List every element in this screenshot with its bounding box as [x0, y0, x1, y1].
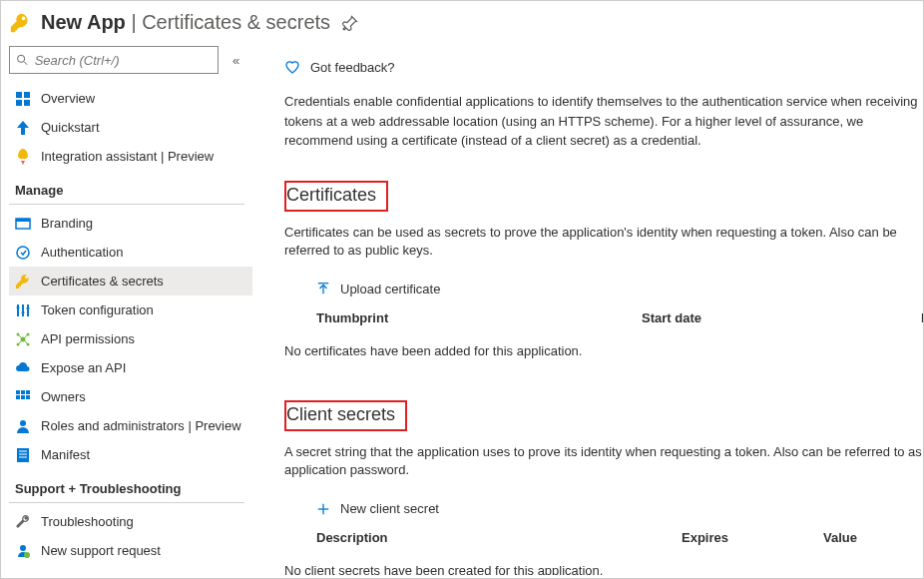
svg-rect-3 [24, 92, 30, 98]
divider [9, 204, 244, 205]
client-secrets-title: Client secrets [286, 404, 395, 425]
secrets-table-header: Description Expires Value [316, 530, 923, 545]
sidebar-item-new-support-request[interactable]: New support request [9, 536, 252, 565]
certificates-title: Certificates [286, 185, 376, 206]
collapse-sidebar-icon[interactable]: « [232, 53, 239, 68]
intro-text: Credentials enable confidential applicat… [284, 92, 923, 151]
certificates-description: Certificates can be used as secrets to p… [284, 224, 923, 260]
svg-rect-28 [21, 395, 25, 399]
sidebar-item-label: Troubleshooting [41, 514, 134, 529]
sidebar-section-support: Support + Troubleshooting [9, 469, 252, 500]
rocket-icon [15, 149, 31, 165]
svg-line-22 [18, 339, 23, 344]
svg-line-21 [23, 334, 28, 339]
feedback-row[interactable]: Got feedback? [284, 44, 923, 84]
token-icon [15, 302, 31, 318]
page-header: New App | Certificates & secrets [1, 1, 923, 44]
overview-icon [15, 91, 31, 107]
column-description: Description [316, 530, 682, 545]
search-input[interactable] [35, 53, 212, 68]
secrets-empty-message: No client secrets have been created for … [284, 563, 923, 575]
certificates-title-highlight: Certificates [284, 181, 388, 212]
upload-certificate-button[interactable]: Upload certificate [316, 282, 923, 296]
svg-rect-5 [24, 100, 30, 106]
column-thumbprint: Thumbprint [316, 310, 642, 325]
sidebar-item-label: Expose an API [41, 360, 126, 375]
svg-point-0 [18, 55, 25, 62]
search-box[interactable] [9, 46, 219, 74]
plus-icon [316, 502, 330, 516]
svg-point-12 [17, 305, 20, 308]
main-content: Got feedback? Credentials enable confide… [252, 44, 923, 575]
certificates-table-header: Thumbprint Start date Expires [316, 310, 923, 325]
svg-rect-31 [17, 448, 29, 462]
heart-icon [284, 59, 300, 75]
sidebar-item-branding[interactable]: Branding [9, 209, 252, 238]
svg-point-36 [24, 552, 30, 558]
sidebar-item-certificates-secrets[interactable]: Certificates & secrets [9, 267, 252, 295]
column-startdate: Start date [642, 310, 921, 325]
feedback-link: Got feedback? [310, 60, 395, 75]
svg-point-13 [22, 310, 25, 313]
svg-rect-4 [16, 100, 22, 106]
client-secrets-title-highlight: Client secrets [284, 400, 407, 431]
svg-rect-7 [16, 219, 30, 222]
api-permissions-icon [15, 331, 31, 347]
sidebar-item-quickstart[interactable]: Quickstart [9, 113, 252, 142]
sidebar-item-label: Overview [41, 91, 95, 106]
search-icon [16, 53, 29, 67]
sidebar-item-label: Roles and administrators | Preview [41, 418, 241, 433]
column-expires: Expires [682, 530, 823, 545]
layout: « Overview Quickstart Integration assist… [1, 44, 923, 575]
pin-icon[interactable] [342, 15, 358, 31]
sidebar-item-troubleshooting[interactable]: Troubleshooting [9, 507, 252, 536]
expose-api-icon [15, 360, 31, 376]
svg-rect-29 [26, 395, 30, 399]
sidebar-item-label: Integration assistant | Preview [41, 149, 214, 164]
search-row: « [9, 46, 252, 74]
sidebar-item-label: Token configuration [41, 302, 154, 317]
svg-rect-25 [21, 390, 25, 394]
support-icon [15, 543, 31, 559]
upload-icon [316, 282, 330, 295]
roles-icon [15, 418, 31, 434]
sidebar-item-label: Manifest [41, 447, 90, 462]
quickstart-icon [15, 120, 31, 136]
svg-rect-26 [26, 390, 30, 394]
sidebar-item-overview[interactable]: Overview [9, 84, 252, 113]
sidebar-item-label: API permissions [41, 331, 135, 346]
svg-point-30 [20, 420, 26, 426]
svg-rect-24 [16, 390, 20, 394]
sidebar-item-owners[interactable]: Owners [9, 382, 252, 411]
svg-line-20 [18, 334, 23, 339]
wrench-icon [15, 514, 31, 530]
divider [9, 502, 244, 503]
svg-point-35 [20, 545, 26, 551]
sidebar-item-roles-admins[interactable]: Roles and administrators | Preview [9, 411, 252, 440]
manifest-icon [15, 447, 31, 463]
page-title-separator: | [126, 11, 142, 34]
sidebar-item-authentication[interactable]: Authentication [9, 238, 252, 267]
svg-point-8 [17, 247, 29, 259]
client-secrets-description: A secret string that the application use… [284, 443, 923, 479]
svg-line-23 [23, 339, 28, 344]
key-icon [9, 12, 31, 34]
sidebar-item-integration-assistant[interactable]: Integration assistant | Preview [9, 142, 252, 171]
new-client-secret-label: New client secret [340, 501, 439, 516]
new-client-secret-button[interactable]: New client secret [316, 501, 923, 516]
sidebar-item-api-permissions[interactable]: API permissions [9, 324, 252, 353]
sidebar-item-label: Branding [41, 216, 93, 231]
key-icon [15, 274, 31, 290]
sidebar-item-label: Owners [41, 389, 86, 404]
svg-line-1 [24, 62, 27, 65]
sidebar-item-token-configuration[interactable]: Token configuration [9, 295, 252, 324]
sidebar-item-label: Quickstart [41, 120, 100, 135]
svg-point-14 [27, 306, 30, 309]
sidebar-item-manifest[interactable]: Manifest [9, 440, 252, 469]
certificates-empty-message: No certificates have been added for this… [284, 343, 923, 358]
column-value: Value [823, 530, 913, 545]
svg-rect-2 [16, 92, 22, 98]
column-expires: Expires [921, 310, 923, 325]
app-name: New App [41, 11, 126, 34]
sidebar-item-expose-api[interactable]: Expose an API [9, 353, 252, 382]
